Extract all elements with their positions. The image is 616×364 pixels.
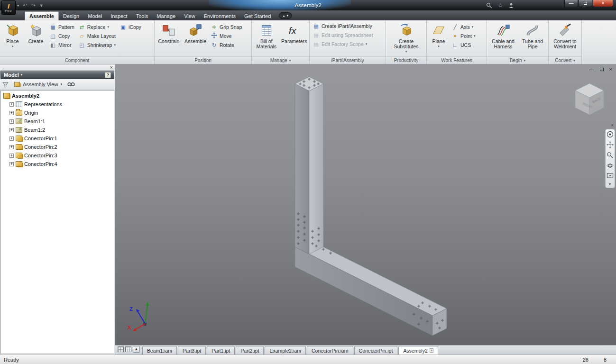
edit-using-spreadsheet-button[interactable]: ▤ Edit using Spreadsheet xyxy=(311,31,384,39)
tree-item-beam1-1[interactable]: + Beam1:1 xyxy=(1,117,114,126)
search-icon[interactable] xyxy=(486,2,492,9)
app-menu-button[interactable]: I PRO xyxy=(1,0,16,15)
maximize-button[interactable] xyxy=(579,0,592,7)
close-button[interactable]: × xyxy=(593,0,613,7)
create-substitutes-button[interactable]: Create Substitutes ▾ xyxy=(388,21,424,56)
doc-tab-example2-iam[interactable]: Example2.iam xyxy=(265,346,306,355)
doc-restore-icon[interactable] xyxy=(600,68,604,71)
tab-get-started[interactable]: Get Started xyxy=(240,11,275,20)
doc-minimize-icon[interactable]: — xyxy=(589,66,594,72)
convert-group-label[interactable]: Convert ▾ xyxy=(549,56,581,64)
productivity-group-label[interactable]: Productivity xyxy=(386,56,426,64)
copy-button[interactable]: ◫ Copy xyxy=(48,32,76,40)
app-menu-caret-icon[interactable]: ▾ xyxy=(17,3,19,8)
edit-factory-scope-button[interactable]: ▤ Edit Factory Scope ▾ xyxy=(311,40,384,48)
tree-item-conectorpin-2[interactable]: + ConectorPin:2 xyxy=(1,143,114,151)
user-icon[interactable] xyxy=(508,2,514,9)
move-button[interactable]: Move xyxy=(209,32,243,40)
tab-design[interactable]: Design xyxy=(59,11,83,20)
expand-icon[interactable]: + xyxy=(9,119,14,124)
mirror-button[interactable]: ◧ Mirror xyxy=(48,41,76,49)
doc-tab-part2-ipt[interactable]: Part2.ipt xyxy=(236,346,264,355)
ucs-button[interactable]: ∟ UCS xyxy=(450,41,477,49)
doc-tab-part3-ipt[interactable]: Part3.ipt xyxy=(178,346,206,355)
find-icon[interactable] xyxy=(67,82,75,87)
expand-icon[interactable]: + xyxy=(9,154,14,158)
tab-environments[interactable]: Environments xyxy=(200,11,240,20)
zoom-icon[interactable] xyxy=(607,152,614,159)
orbit-icon[interactable] xyxy=(607,162,614,169)
navigation-wheel-icon[interactable] xyxy=(607,131,614,138)
tab-view[interactable]: View xyxy=(180,11,200,20)
expand-icon[interactable]: + xyxy=(9,145,14,149)
axis-button[interactable]: ╱ Axis ▾ xyxy=(450,23,477,31)
assembly-3d-model[interactable] xyxy=(115,64,616,345)
tube-and-pipe-button[interactable]: Tube and Pipe xyxy=(519,21,546,56)
expand-icon[interactable]: + xyxy=(9,102,14,107)
minimize-button[interactable]: — xyxy=(564,0,578,7)
rotate-button[interactable]: ↻ Rotate xyxy=(209,41,243,49)
tab-assemble[interactable]: Assemble xyxy=(25,11,59,20)
expand-icon[interactable]: + xyxy=(9,111,14,115)
pattern-button[interactable]: ▦ Pattern xyxy=(48,23,76,31)
ipart-group-label[interactable]: iPart/iAssembly xyxy=(310,56,386,64)
viewport-3d[interactable]: — × RIGHT BACK × xyxy=(115,64,616,345)
position-group-label[interactable]: Position xyxy=(155,56,251,64)
begin-group-label[interactable]: Begin ▾ xyxy=(487,56,548,64)
assemble-button[interactable]: Assemble xyxy=(183,21,208,56)
work-features-group-label[interactable]: Work Features xyxy=(427,56,487,64)
icopy-button[interactable]: ▣ iCopy xyxy=(118,23,143,31)
tab-manage[interactable]: Manage xyxy=(152,11,180,20)
tab-inspect[interactable]: Inspect xyxy=(106,11,131,20)
constrain-button[interactable]: Constrain xyxy=(156,21,182,56)
place-button[interactable]: Place ▾ xyxy=(1,21,24,56)
doc-tab-part1-ipt[interactable]: Part1.ipt xyxy=(207,346,235,355)
expand-tabs-icon[interactable]: ▲ xyxy=(133,346,140,353)
navbar-more-icon[interactable]: ▾ xyxy=(609,182,611,186)
expand-icon[interactable]: + xyxy=(9,136,14,141)
bill-of-materials-button[interactable]: Bill of Materials xyxy=(253,21,280,56)
manage-group-label[interactable]: Manage ▾ xyxy=(252,56,309,64)
doc-tab-conectorpin-iam[interactable]: ConectorPin.iam xyxy=(307,346,353,355)
tree-item-conectorpin-3[interactable]: + ConectorPin:3 xyxy=(1,151,114,160)
create-ipart-button[interactable]: ▤ Create iPart/iAssembly xyxy=(311,22,384,30)
tab-model[interactable]: Model xyxy=(83,11,106,20)
create-button[interactable]: Create xyxy=(25,21,47,56)
doc-tab-close-icon[interactable]: × xyxy=(430,348,434,353)
make-layout-button[interactable]: ▱ Make Layout xyxy=(77,32,117,40)
doc-tab-beam1-iam[interactable]: Beam1.iam xyxy=(142,346,177,355)
tree-item-beam1-2[interactable]: + Beam1:2 xyxy=(1,126,114,134)
tab-tools[interactable]: Tools xyxy=(132,11,153,20)
component-group-label[interactable]: Component xyxy=(0,56,154,64)
tree-item-representations[interactable]: + Representations xyxy=(1,100,114,109)
ribbon-display-options-button[interactable]: ● ▾ xyxy=(279,12,292,19)
tree-item-assembly2[interactable]: Assembly2 xyxy=(1,91,114,100)
look-at-icon[interactable] xyxy=(607,173,614,179)
tree-item-origin[interactable]: + Origin xyxy=(1,109,114,117)
assembly-view-caret-icon[interactable]: ▾ xyxy=(60,82,62,86)
replace-button[interactable]: ⇄ Replace ▾ xyxy=(77,23,117,31)
parameters-button[interactable]: fx Parameters xyxy=(281,21,308,56)
convert-to-weldment-button[interactable]: Convert to Weldment xyxy=(550,21,580,56)
browser-help-icon[interactable]: ? xyxy=(105,72,111,78)
thumbnail-view-icon[interactable] xyxy=(125,346,131,352)
doc-close-icon[interactable]: × xyxy=(609,66,612,72)
filter-icon[interactable] xyxy=(2,82,9,88)
expand-icon[interactable]: + xyxy=(9,162,14,166)
doc-tab-conectorpin-ipt[interactable]: ConectorPin.ipt xyxy=(354,346,398,355)
doc-tab-assembly2[interactable]: Assembly2 × xyxy=(398,346,438,355)
viewcube[interactable]: RIGHT BACK xyxy=(570,81,608,120)
navbar-close-icon[interactable]: × xyxy=(611,123,614,128)
grip-snap-button[interactable]: ✛ Grip Snap xyxy=(209,23,243,31)
favorites-icon[interactable]: ☆ xyxy=(498,2,503,9)
browser-header[interactable]: Model ▾ ? xyxy=(0,71,114,79)
browser-close-icon[interactable]: × xyxy=(110,65,113,70)
pan-icon[interactable] xyxy=(607,141,614,148)
plane-button[interactable]: Plane ▾ xyxy=(428,21,449,56)
expand-icon[interactable]: + xyxy=(9,128,14,132)
shrinkwrap-button[interactable]: ◰ Shrinkwrap ▾ xyxy=(77,41,117,49)
cable-and-harness-button[interactable]: Cable and Harness xyxy=(488,21,518,56)
tree-item-conectorpin-1[interactable]: + ConectorPin:1 xyxy=(1,134,114,143)
tree-item-conectorpin-4[interactable]: + ConectorPin:4 xyxy=(1,160,114,168)
browser-pane-toggle-icon[interactable] xyxy=(118,346,124,352)
